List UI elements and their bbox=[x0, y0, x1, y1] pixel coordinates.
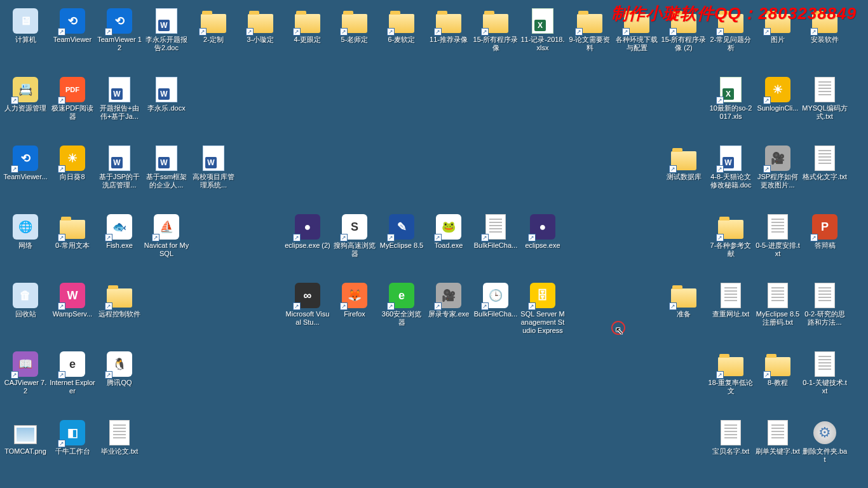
desktop-icon[interactable]: ↗图片 bbox=[755, 8, 801, 44]
png-icon bbox=[12, 419, 39, 446]
desktop-icon[interactable]: 📖↗CAJViewer 7.2 bbox=[3, 351, 48, 395]
shortcut-arrow-icon: ↗ bbox=[387, 234, 395, 241]
desktop-icon[interactable]: ↗18-重复率低论文 bbox=[708, 351, 754, 395]
desktop-icon[interactable]: ✎↗MyEclipse 8.5 bbox=[379, 214, 424, 250]
desktop-icon[interactable]: ⟲↗TeamViewer 12 bbox=[97, 8, 142, 52]
desktop-icon[interactable]: 🎥↗JSP程序如何更改图片... bbox=[755, 145, 801, 189]
desktop-icon[interactable]: ⟲↗TeamViewer bbox=[50, 8, 95, 44]
folder-icon: ↗ bbox=[341, 8, 368, 34]
txt-icon bbox=[106, 419, 133, 446]
app-icon: 🎥↗ bbox=[435, 282, 462, 309]
desktop-icon[interactable]: 格式化文字.txt bbox=[802, 145, 848, 181]
desktop-icon[interactable]: ∞↗Microsoft Visual Stu... bbox=[285, 282, 330, 327]
desktop-icon[interactable]: 🖥计算机 bbox=[3, 8, 48, 44]
desktop-icon[interactable]: 🎥↗屏录专家.exe bbox=[426, 282, 471, 318]
desktop-icon[interactable]: P↗答辩稿 bbox=[802, 214, 848, 250]
icon-label: WampServ... bbox=[50, 310, 95, 318]
desktop-icon[interactable]: 🦊↗Firefox bbox=[332, 282, 377, 318]
desktop-icon[interactable]: ↗安装软件 bbox=[802, 8, 848, 44]
desktop-icon[interactable]: ↗5-老师定 bbox=[332, 8, 377, 44]
desktop-icon[interactable]: ↗3-小璇定 bbox=[238, 8, 283, 44]
desktop-icon[interactable]: ↗4-8-天猫论文修改秘籍.doc bbox=[708, 145, 754, 189]
desktop-icon[interactable]: 高校项目库管理系统... bbox=[191, 145, 236, 189]
desktop-icon[interactable]: ●↗eclipse.exe bbox=[520, 214, 566, 250]
desktop-icon[interactable]: 0-5-进度安排.txt bbox=[755, 214, 801, 258]
desktop-icon[interactable]: 基于JSP的干洗店管理... bbox=[97, 145, 142, 189]
folder-icon: ↗ bbox=[623, 8, 650, 34]
desktop-icon[interactable]: ☀↗SunloginCli... bbox=[755, 76, 801, 112]
desktop-icon[interactable]: 📇↗人力资源管理 bbox=[3, 76, 48, 112]
xls-icon bbox=[529, 8, 556, 34]
desktop-icon[interactable]: ↗9-论文需要资料 bbox=[567, 8, 613, 52]
desktop-icon[interactable]: 毕业论文.txt bbox=[97, 419, 142, 456]
desktop-icon[interactable]: 李永乐开题报告2.doc bbox=[144, 8, 189, 52]
desktop-icon[interactable]: 🌐网络 bbox=[3, 214, 48, 250]
desktop-icon[interactable]: 🐟↗Fish.exe bbox=[97, 214, 142, 250]
desktop-icon[interactable]: 11-记录-2018.xlsx bbox=[520, 8, 566, 52]
desktop-icon[interactable]: ↗8-教程 bbox=[755, 351, 801, 387]
desktop-icon[interactable]: PDF↗极速PDF阅读器 bbox=[50, 76, 95, 121]
desktop-icon[interactable]: 🐸↗Toad.exe bbox=[426, 214, 471, 250]
desktop-icon[interactable]: 0-1-关键技术.txt bbox=[802, 351, 848, 395]
desktop-icon[interactable]: 🕒↗BulkFileCha... bbox=[473, 282, 519, 318]
desktop-icon[interactable]: 删除文件夹.bat bbox=[802, 419, 848, 464]
txt-icon bbox=[717, 282, 744, 309]
icon-label: TeamViewer... bbox=[3, 173, 48, 181]
desktop-icon[interactable]: 查重网址.txt bbox=[708, 282, 754, 318]
icon-label: 人力资源管理 bbox=[3, 104, 48, 112]
desktop-icon[interactable]: ◧↗千牛工作台 bbox=[50, 419, 95, 456]
desktop-icon[interactable]: ●↗eclipse.exe (2) bbox=[285, 214, 330, 250]
desktop-icon[interactable]: 宝贝名字.txt bbox=[708, 419, 754, 456]
desktop-icon[interactable]: ☀↗向日葵8 bbox=[50, 145, 95, 181]
shortcut-arrow-icon: ↗ bbox=[58, 234, 65, 241]
desktop-icon[interactable]: ↗4-更眼定 bbox=[285, 8, 330, 44]
app-icon: 🐸↗ bbox=[435, 214, 462, 240]
desktop-icon[interactable]: MyEclipse 8.5注册码.txt bbox=[755, 282, 801, 327]
shortcut-arrow-icon: ↗ bbox=[763, 28, 771, 36]
icon-label: 基于JSP的干洗店管理... bbox=[97, 173, 142, 189]
desktop-icon[interactable]: MYSQL编码方式.txt bbox=[802, 76, 848, 121]
shortcut-arrow-icon: ↗ bbox=[669, 302, 677, 310]
desktop-icon[interactable]: ↗测试数据库 bbox=[661, 145, 707, 181]
desktop-icon[interactable]: ↗BulkFileCha... bbox=[473, 214, 519, 250]
desktop-icon[interactable]: ⛵↗Navicat for MySQL bbox=[144, 214, 189, 258]
desktop-icon[interactable]: e↗Internet Explorer bbox=[50, 351, 95, 395]
shortcut-arrow-icon: ↗ bbox=[58, 165, 65, 173]
app-icon: ⟲↗ bbox=[12, 145, 39, 172]
desktop-icon[interactable]: 🗑回收站 bbox=[3, 282, 48, 318]
desktop-icon[interactable]: ↗2-常见问题分析 bbox=[708, 8, 754, 52]
desktop-icon[interactable]: e↗360安全浏览器 bbox=[379, 282, 424, 327]
desktop-icon[interactable]: ↗11-推荐录像 bbox=[426, 8, 471, 44]
desktop-icon[interactable]: 开题报告+由伟+基于Ja... bbox=[97, 76, 142, 121]
desktop-icon[interactable]: 刷单关键字.txt bbox=[755, 419, 801, 456]
desktop-icon[interactable]: TOMCAT.png bbox=[3, 419, 48, 456]
folder-icon: ↗ bbox=[106, 282, 133, 309]
shortcut-arrow-icon: ↗ bbox=[340, 302, 348, 310]
desktop-icon[interactable]: ↗2-定制 bbox=[191, 8, 236, 44]
desktop-icon[interactable]: 🗄↗SQL Server Management Studio Express bbox=[520, 282, 566, 335]
icon-label: JSP程序如何更改图片... bbox=[755, 173, 801, 189]
desktop-icon[interactable]: ↗0-常用文本 bbox=[50, 214, 95, 250]
desktop-icon[interactable]: ↗6-麦软定 bbox=[379, 8, 424, 44]
app-icon: 📇↗ bbox=[12, 76, 39, 103]
desktop[interactable]: 制作小璇软件QQ：2803238849 🖥计算机⟲↗TeamViewer⟲↗Te… bbox=[0, 0, 868, 488]
shortcut-arrow-icon: ↗ bbox=[763, 97, 771, 104]
desktop-icon[interactable]: ↗各种环境下载与配置 bbox=[614, 8, 660, 52]
shortcut-arrow-icon: ↗ bbox=[340, 234, 348, 241]
shortcut-arrow-icon: ↗ bbox=[293, 302, 301, 310]
desktop-icon[interactable]: S↗搜狗高速浏览器 bbox=[332, 214, 377, 258]
desktop-icon[interactable]: ↗远程控制软件 bbox=[97, 282, 142, 318]
desktop-icon[interactable]: W↗WampServ... bbox=[50, 282, 95, 318]
desktop-icon[interactable]: ↗15-所有程序录像 (2) bbox=[661, 8, 707, 52]
desktop-icon[interactable]: 李永乐.docx bbox=[144, 76, 189, 112]
desktop-icon[interactable]: ⟲↗TeamViewer... bbox=[3, 145, 48, 181]
shortcut-arrow-icon: ↗ bbox=[528, 302, 536, 310]
desktop-icon[interactable]: 🐧↗腾讯QQ bbox=[97, 351, 142, 387]
desktop-icon[interactable]: ↗准备 bbox=[661, 282, 707, 318]
desktop-icon[interactable]: ↗10最新的so-2017.xls bbox=[708, 76, 754, 121]
doc-icon bbox=[106, 76, 133, 103]
desktop-icon[interactable]: ↗7-各种参考文献 bbox=[708, 214, 754, 258]
desktop-icon[interactable]: 0-2-研究的思路和方法... bbox=[802, 282, 848, 327]
desktop-icon[interactable]: ↗15-所有程序录像 bbox=[473, 8, 519, 52]
desktop-icon[interactable]: 基于ssm框架的企业人... bbox=[144, 145, 189, 189]
